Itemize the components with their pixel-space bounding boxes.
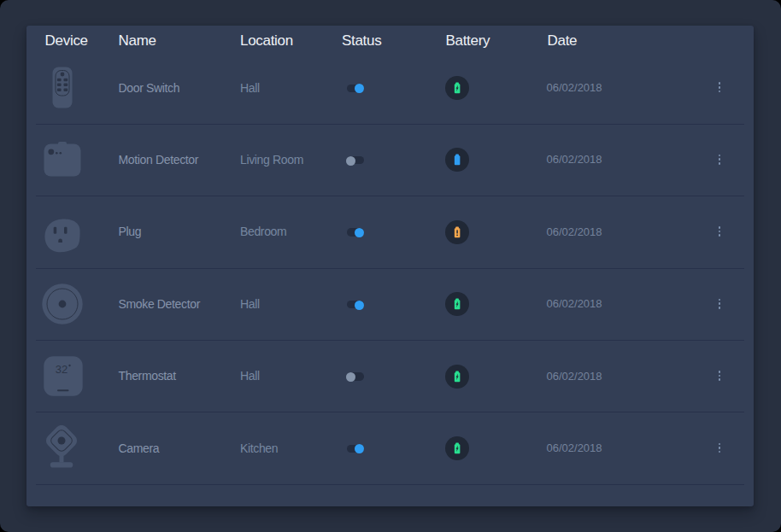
svg-text:32: 32 — [55, 363, 67, 376]
